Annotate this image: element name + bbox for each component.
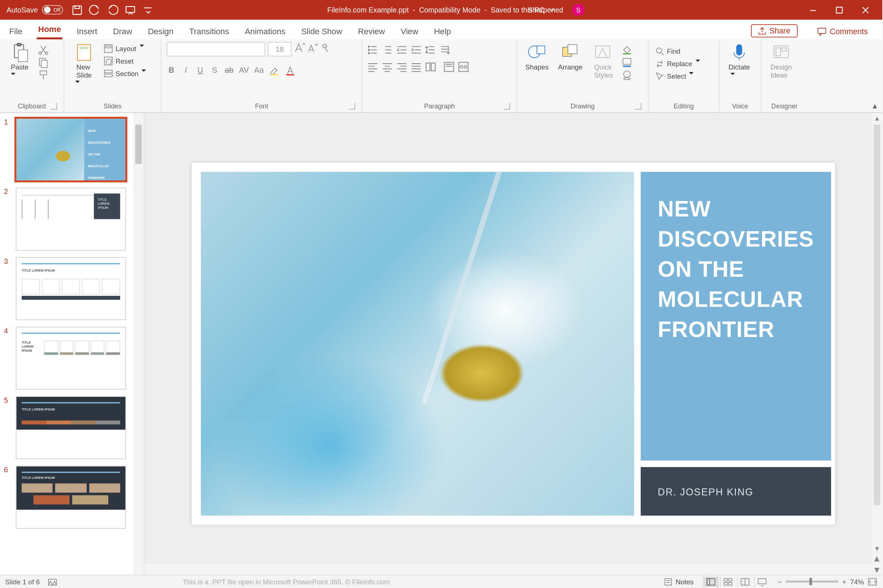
minimize-button[interactable] xyxy=(800,0,826,20)
layout-button[interactable]: Layout xyxy=(102,44,152,54)
paste-button[interactable]: Paste xyxy=(5,42,34,92)
arrange-button[interactable]: Arrange xyxy=(555,42,585,72)
thumbnail-6[interactable]: 6 TITLE LOREM IPSUM xyxy=(4,466,140,528)
shape-outline-icon[interactable] xyxy=(622,57,633,68)
sorter-view-button[interactable] xyxy=(720,576,736,587)
format-painter-icon[interactable] xyxy=(38,69,49,80)
zoom-in-button[interactable]: + xyxy=(842,578,846,585)
bold-button[interactable]: B xyxy=(167,66,176,78)
chevron-down-icon[interactable] xyxy=(548,7,555,13)
increase-indent-icon[interactable] xyxy=(411,45,421,55)
notes-button[interactable]: Notes xyxy=(663,576,695,587)
scroll-up-icon[interactable]: ▲ xyxy=(872,113,882,123)
highlight-button[interactable] xyxy=(269,66,280,78)
section-button[interactable]: Section xyxy=(102,68,152,79)
canvas-vscrollbar[interactable]: ▲ ▼ ⯅ ⯆ xyxy=(872,113,882,575)
bullets-icon[interactable] xyxy=(368,45,378,55)
new-slide-button[interactable]: New Slide xyxy=(69,42,99,100)
smartart-icon[interactable] xyxy=(458,62,469,72)
dialog-launcher-icon[interactable] xyxy=(50,103,57,110)
tab-insert[interactable]: Insert xyxy=(75,23,99,39)
tab-home[interactable]: Home xyxy=(37,21,62,39)
underline-button[interactable]: U xyxy=(196,66,205,78)
thumbnail-4[interactable]: 4 TITLE LOREM IPSUM xyxy=(4,327,140,390)
collapse-ribbon-icon[interactable]: ▲ xyxy=(871,102,878,110)
columns-icon[interactable] xyxy=(426,62,436,72)
increase-font-icon[interactable] xyxy=(294,43,305,56)
accessibility-icon[interactable] xyxy=(47,577,57,586)
thumbnail-2[interactable]: 2 TITLE LOREM IPSUM xyxy=(4,188,140,250)
font-name-combo[interactable] xyxy=(167,42,265,56)
reading-view-button[interactable] xyxy=(737,576,753,587)
prev-slide-icon[interactable]: ⯅ xyxy=(872,554,882,564)
quick-styles-button[interactable]: Quick Styles xyxy=(589,42,618,80)
replace-button[interactable]: Replace xyxy=(654,58,705,69)
fit-window-icon[interactable] xyxy=(868,577,877,586)
zoom-slider[interactable] xyxy=(785,580,838,582)
save-icon[interactable] xyxy=(72,5,82,15)
autosave-toggle[interactable]: AutoSave Off xyxy=(7,5,63,14)
slide-author-box[interactable]: DR. JOSEPH KING xyxy=(641,467,831,516)
dictate-button[interactable]: Dictate xyxy=(725,42,754,92)
shape-fill-icon[interactable] xyxy=(622,45,633,55)
change-case-button[interactable]: Aa xyxy=(254,66,264,78)
thumbnail-5[interactable]: 5 TITLE LOREM IPSUM xyxy=(4,396,140,459)
tab-animations[interactable]: Animations xyxy=(244,23,287,39)
font-color-button[interactable] xyxy=(285,66,295,78)
canvas-hscrollbar[interactable] xyxy=(144,564,872,575)
cut-icon[interactable] xyxy=(38,45,49,55)
slide-canvas-area[interactable]: NEW DISCOVERIES ON THE MOLECULAR FRONTIE… xyxy=(144,113,882,575)
maximize-button[interactable] xyxy=(826,0,852,20)
normal-view-button[interactable] xyxy=(703,576,719,587)
zoom-level[interactable]: 74% xyxy=(850,578,864,585)
shape-effects-icon[interactable] xyxy=(622,69,633,80)
text-direction-icon[interactable] xyxy=(440,45,451,55)
zoom-out-button[interactable]: − xyxy=(778,578,782,585)
tab-transitions[interactable]: Transitions xyxy=(188,23,230,39)
avatar[interactable]: S xyxy=(573,4,584,16)
shadow-button[interactable]: S xyxy=(210,66,219,78)
undo-icon[interactable] xyxy=(90,5,100,15)
close-button[interactable] xyxy=(852,0,878,20)
select-button[interactable]: Select xyxy=(654,71,705,82)
italic-button[interactable]: I xyxy=(181,66,191,78)
align-center-icon[interactable] xyxy=(382,62,393,72)
slide-counter[interactable]: Slide 1 of 6 xyxy=(5,578,40,585)
dialog-launcher-icon[interactable] xyxy=(504,103,510,110)
slide-title-box[interactable]: NEW DISCOVERIES ON THE MOLECULAR FRONTIE… xyxy=(641,172,831,460)
scroll-down-icon[interactable]: ▼ xyxy=(872,543,882,554)
align-right-icon[interactable] xyxy=(396,62,407,72)
design-ideas-button[interactable]: Design Ideas xyxy=(767,42,796,80)
clear-formatting-icon[interactable] xyxy=(320,43,331,56)
align-text-icon[interactable] xyxy=(444,62,454,72)
slide[interactable]: NEW DISCOVERIES ON THE MOLECULAR FRONTIE… xyxy=(192,163,835,525)
strike-button[interactable]: ab xyxy=(224,66,233,78)
slideshow-view-button[interactable] xyxy=(754,576,770,587)
dialog-launcher-icon[interactable] xyxy=(635,103,641,110)
decrease-indent-icon[interactable] xyxy=(396,45,407,55)
thumbnail-1[interactable]: 1 NEW DISCOVERIES ON THE MOLECULAR FRONT… xyxy=(4,118,140,181)
dialog-launcher-icon[interactable] xyxy=(349,103,355,110)
thumb-scrollbar[interactable] xyxy=(133,113,144,575)
font-size-combo[interactable]: 18 xyxy=(268,42,291,56)
line-spacing-icon[interactable] xyxy=(426,45,436,55)
copy-icon[interactable] xyxy=(38,57,49,68)
tab-draw[interactable]: Draw xyxy=(112,23,134,39)
slide-panel[interactable]: 1 NEW DISCOVERIES ON THE MOLECULAR FRONT… xyxy=(0,113,144,575)
present-icon[interactable] xyxy=(125,5,135,15)
align-left-icon[interactable] xyxy=(368,62,378,72)
tab-design[interactable]: Design xyxy=(147,23,175,39)
find-button[interactable]: Find xyxy=(654,46,705,57)
thumbnail-3[interactable]: 3 TITLE LOREM IPSUM xyxy=(4,257,140,320)
char-spacing-button[interactable]: AV xyxy=(239,66,249,78)
next-slide-icon[interactable]: ⯆ xyxy=(872,564,882,575)
tab-file[interactable]: File xyxy=(8,23,24,39)
shapes-button[interactable]: Shapes xyxy=(523,42,552,72)
justify-icon[interactable] xyxy=(411,62,421,72)
zoom-control[interactable]: − + 74% xyxy=(778,577,877,586)
redo-icon[interactable] xyxy=(107,5,117,15)
reset-button[interactable]: Reset xyxy=(102,56,152,66)
qat-overflow-icon[interactable] xyxy=(143,5,153,15)
decrease-font-icon[interactable] xyxy=(307,43,318,56)
numbering-icon[interactable] xyxy=(382,45,393,55)
